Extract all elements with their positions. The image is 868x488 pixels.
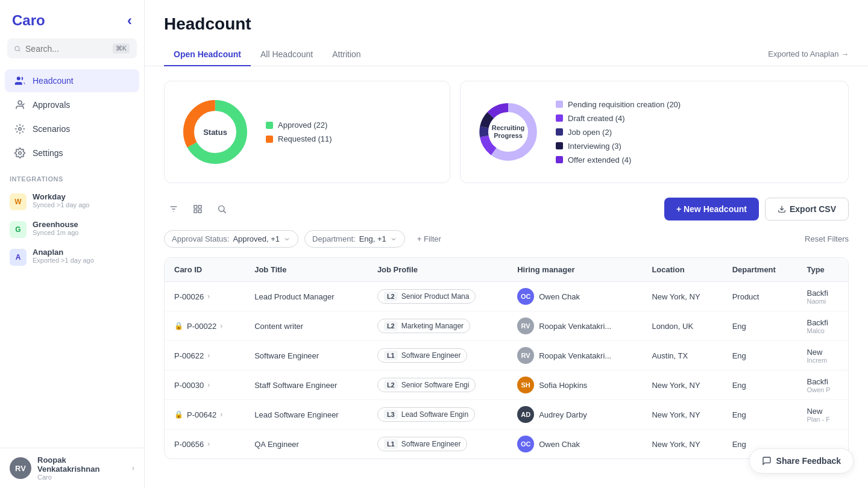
status-legend: Approved (22) Requested (11) [266,120,332,143]
profile-chip: L1 Software Engineer [377,437,468,451]
hiring-mgr-name: Audrey Darby [539,410,587,419]
row-expand-icon[interactable]: › [207,351,210,360]
share-feedback-label: Share Feedback [776,456,841,466]
cell-type: Backfi Naomi [797,282,848,311]
type-sub: Owen P [807,386,838,393]
scenarios-icon [14,124,25,134]
search-toolbar-button[interactable] [212,199,231,219]
main-content: Status Approved (22) Requested (11) [145,66,868,488]
requested-label: Requested (11) [278,134,332,143]
svg-point-22 [219,206,224,211]
cell-type: Backfi Malco [797,311,848,341]
search-icon [14,45,20,53]
row-expand-icon[interactable]: › [220,410,222,419]
svg-point-5 [19,152,22,155]
tab-all-headcount[interactable]: All Headcount [251,43,322,66]
row-expand-icon[interactable]: › [207,292,210,301]
draft-label: Draft created (4) [568,114,625,123]
table-header-row: Caro ID Job Title Job Profile Hiring man… [165,258,848,282]
col-hiring-manager: Hiring manager [508,258,642,282]
search-kbd: ⌘K [113,43,130,54]
sidebar-item-scenarios[interactable]: Scenarios [5,117,139,140]
collapse-sidebar-button[interactable]: ‹ [127,12,132,29]
tab-attrition[interactable]: Attrition [322,43,370,66]
cell-job-title: Content writer [245,311,368,341]
department-value: Eng, +1 [359,234,386,243]
cell-caro-id: P-00656 › [165,430,245,459]
cell-hiring-manager: RV Roopak Venkatakri... [508,311,642,341]
cell-job-profile: L2 Senior Software Engi [368,371,508,400]
logo-area: Caro ‹ [0,0,144,39]
toolbar: + New Headcount Export CSV [164,198,849,221]
new-headcount-button[interactable]: + New Headcount [664,198,759,221]
cell-hiring-manager: OC Owen Chak [508,282,642,311]
hiring-mgr-avatar: RV [517,347,534,364]
legend-offer: Offer extended (4) [556,155,681,164]
hiring-manager-cell: OC Owen Chak [517,436,632,452]
filter-icon-button[interactable] [164,199,183,219]
recruiting-chart-card: RecruitingProgress Pending requisition c… [460,81,849,183]
row-expand-icon[interactable]: › [207,381,210,389]
search-input[interactable] [25,44,108,54]
approval-status-filter[interactable]: Approval Status: Approved, +1 [164,230,298,248]
main-nav: Headcount Approvals Scenarios Settings [0,68,144,166]
cell-hiring-manager: RV Roopak Venkatakri... [508,341,642,371]
tab-open-headcount[interactable]: Open Headcount [164,43,251,66]
row-expand-icon[interactable]: › [207,440,210,448]
col-department: Department [723,258,797,282]
recruiting-chart-label: RecruitingProgress [492,124,524,140]
sidebar: Caro ‹ ⌘K Headcount Approvals Scenarios … [0,0,145,488]
table-row[interactable]: P-00622 › Software Engineer L1 Software … [165,341,848,371]
caro-id-value: P-00622 [174,351,204,360]
add-filter-button[interactable]: + Filter [411,231,447,247]
approval-status-value: Approved, +1 [233,234,280,243]
cell-hiring-manager: AD Audrey Darby [508,400,642,430]
user-profile[interactable]: RV Roopak Venkatakrishnan Caro › [0,448,144,488]
export-csv-button[interactable]: Export CSV [765,198,849,221]
hiring-mgr-name: Roopak Venkatakri... [539,322,611,331]
grid-view-button[interactable] [188,199,207,219]
status-chart-card: Status Approved (22) Requested (11) [164,81,450,183]
caro-id-value: P-00022 [187,322,216,331]
pending-label: Pending requisition creation (20) [568,100,681,109]
status-chart-label: Status [203,128,227,137]
profile-name: Software Engineer [401,440,461,448]
cell-department: Eng [723,400,797,430]
sidebar-item-headcount[interactable]: Headcount [5,69,139,92]
hiring-mgr-avatar: OC [517,436,534,452]
share-feedback-button[interactable]: Share Feedback [749,448,854,474]
table-row[interactable]: P-00026 › Lead Product Manager L2 Senior… [165,282,848,311]
export-anaplan-link[interactable]: Exported to Anaplan → [768,49,849,66]
row-expand-icon[interactable]: › [220,322,222,330]
approval-status-key: Approval Status: [172,234,229,243]
export-csv-label: Export CSV [790,204,836,214]
caro-id-value: P-00656 [174,440,204,449]
hiring-mgr-avatar: SH [517,377,534,393]
table-row[interactable]: P-00030 › Staff Software Engineer L2 Sen… [165,371,848,400]
svg-point-3 [18,101,22,104]
reset-filters-button[interactable]: Reset Filters [805,234,849,243]
profile-chip: L3 Lead Software Engin [377,407,475,422]
feedback-icon [762,456,772,466]
cell-job-profile: L3 Lead Software Engin [368,400,508,430]
cell-type: New Plan - F [797,400,848,430]
search-bar[interactable]: ⌘K [7,39,137,58]
department-filter[interactable]: Department: Eng, +1 [304,230,405,248]
lock-icon: 🔒 [174,410,183,419]
type-sub: Increm [807,357,838,364]
profile-name: Lead Software Engin [401,410,468,419]
table-row[interactable]: 🔒 P-00022 › Content writer L2 Marketing … [165,311,848,341]
type-cell: Backfi Naomi [807,289,838,305]
type-main: Backfi [807,377,838,386]
greenhouse-status: Synced 1m ago [33,229,78,236]
recruiting-legend: Pending requisition creation (20) Draft … [556,100,681,164]
cell-caro-id: P-00622 › [165,341,245,371]
sidebar-item-settings-label: Settings [33,148,63,158]
table-row[interactable]: 🔒 P-00642 › Lead Software Engineer L3 Le… [165,400,848,430]
table-row[interactable]: P-00656 › QA Engineer L1 Software Engine… [165,430,848,459]
anaplan-status: Exported >1 day ago [33,257,94,264]
sidebar-item-settings[interactable]: Settings [5,142,139,164]
profile-name: Software Engineer [401,351,461,360]
offer-label: Offer extended (4) [568,155,631,164]
sidebar-item-approvals[interactable]: Approvals [5,93,139,116]
